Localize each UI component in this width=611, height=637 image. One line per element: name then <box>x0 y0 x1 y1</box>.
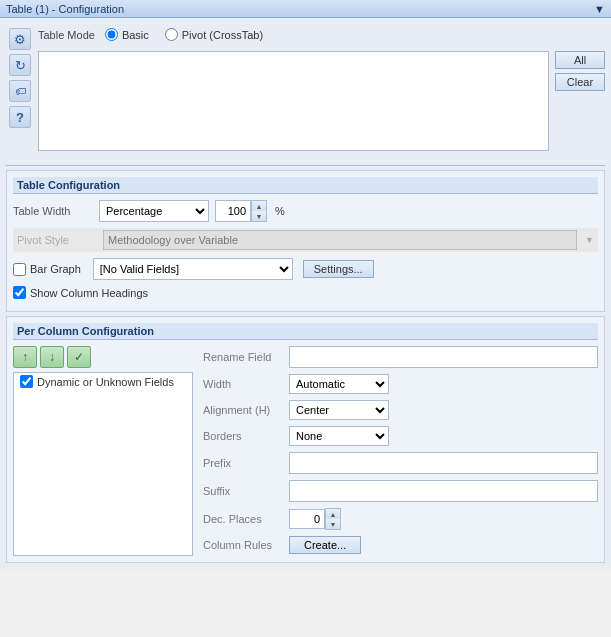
section-divider-1 <box>6 165 605 166</box>
table-mode-row: Table Mode Basic Pivot (CrossTab) <box>38 24 605 45</box>
sidebar-icons: ⚙ ↻ 🏷 ? <box>6 24 34 151</box>
suffix-input[interactable] <box>289 480 598 502</box>
per-column-section: Per Column Configuration ↑ ↓ ✓ Dynamic o… <box>6 316 605 563</box>
table-config-header: Table Configuration <box>13 177 598 194</box>
window-title: Table (1) - Configuration <box>6 3 124 15</box>
chevron-icon[interactable]: ▼ <box>594 3 605 15</box>
spinner-down[interactable]: ▼ <box>252 211 266 221</box>
show-column-headings-checkbox[interactable] <box>13 286 26 299</box>
table-width-spinner: 100 ▲ ▼ <box>215 200 267 222</box>
table-mode-label: Table Mode <box>38 29 95 41</box>
borders-label: Borders <box>203 430 283 442</box>
width-label: Width <box>203 378 283 390</box>
right-panel: Table Mode Basic Pivot (CrossTab) All <box>38 24 605 151</box>
help-icon[interactable]: ? <box>9 106 31 128</box>
pivot-style-row: Pivot Style ▼ <box>13 228 598 252</box>
pivot-style-label: Pivot Style <box>17 234 97 246</box>
show-column-headings-row: Show Column Headings <box>13 286 598 299</box>
borders-select[interactable]: None All Horizontal Vertical <box>289 426 389 446</box>
prefix-row: Prefix <box>203 452 598 474</box>
table-width-input[interactable]: 100 <box>215 200 251 222</box>
column-toolbar: ↑ ↓ ✓ <box>13 346 193 368</box>
dec-places-arrows: ▲ ▼ <box>325 508 341 530</box>
check-btn[interactable]: ✓ <box>67 346 91 368</box>
dec-places-input[interactable] <box>289 509 325 529</box>
group-by-list[interactable] <box>38 51 549 151</box>
column-list[interactable]: Dynamic or Unknown Fields <box>13 372 193 556</box>
move-down-btn[interactable]: ↓ <box>40 346 64 368</box>
alignment-label: Alignment (H) <box>203 404 283 416</box>
width-row: Width Automatic Fixed Percentage <box>203 374 598 394</box>
field-config-panel: Rename Field Width Automatic Fixed Perce… <box>203 346 598 556</box>
dec-places-spinner: ▲ ▼ <box>289 508 341 530</box>
bar-graph-checkbox-label[interactable]: Bar Graph <box>13 263 81 276</box>
clear-button[interactable]: Clear <box>555 73 605 91</box>
radio-pivot[interactable]: Pivot (CrossTab) <box>165 28 263 41</box>
suffix-row: Suffix <box>203 480 598 502</box>
table-width-row: Table Width Percentage Fixed Auto 100 ▲ … <box>13 200 598 222</box>
settings-button[interactable]: Settings... <box>303 260 374 278</box>
bar-graph-checkbox[interactable] <box>13 263 26 276</box>
radio-pivot-label: Pivot (CrossTab) <box>182 29 263 41</box>
top-panel: ⚙ ↻ 🏷 ? Table Mode Basic Pivot (CrossTab… <box>6 24 605 151</box>
bar-graph-label: Bar Graph <box>30 263 81 275</box>
radio-pivot-input[interactable] <box>165 28 178 41</box>
dec-places-up[interactable]: ▲ <box>326 509 340 519</box>
main-content: ⚙ ↻ 🏷 ? Table Mode Basic Pivot (CrossTab… <box>0 18 611 569</box>
bar-graph-row: Bar Graph [No Valid Fields] Settings... <box>13 258 598 280</box>
show-column-headings-text: Show Column Headings <box>30 287 148 299</box>
percent-unit: % <box>275 205 285 217</box>
per-column-header: Per Column Configuration <box>13 323 598 340</box>
group-by-area: All Clear <box>38 51 605 151</box>
title-bar-controls: ▼ <box>594 3 605 15</box>
width-select[interactable]: Automatic Fixed Percentage <box>289 374 389 394</box>
dynamic-fields-checkbox[interactable] <box>20 375 33 388</box>
table-width-select[interactable]: Percentage Fixed Auto <box>99 200 209 222</box>
rename-field-row: Rename Field <box>203 346 598 368</box>
show-column-headings-label[interactable]: Show Column Headings <box>13 286 148 299</box>
table-mode-radio-group: Basic Pivot (CrossTab) <box>105 28 263 41</box>
gear-icon[interactable]: ⚙ <box>9 28 31 50</box>
table-config-section: Table Configuration Table Width Percenta… <box>6 170 605 312</box>
borders-row: Borders None All Horizontal Vertical <box>203 426 598 446</box>
radio-basic-input[interactable] <box>105 28 118 41</box>
dec-places-down[interactable]: ▼ <box>326 519 340 529</box>
spinner-up[interactable]: ▲ <box>252 201 266 211</box>
rename-field-input[interactable] <box>289 346 598 368</box>
all-button[interactable]: All <box>555 51 605 69</box>
pivot-style-input <box>103 230 577 250</box>
column-rules-row: Column Rules Create... <box>203 536 598 554</box>
pivot-dropdown-icon: ▼ <box>585 235 594 245</box>
refresh-icon[interactable]: ↻ <box>9 54 31 76</box>
radio-basic[interactable]: Basic <box>105 28 149 41</box>
per-column-layout: ↑ ↓ ✓ Dynamic or Unknown Fields Rename F… <box>13 346 598 556</box>
move-up-btn[interactable]: ↑ <box>13 346 37 368</box>
create-button[interactable]: Create... <box>289 536 361 554</box>
column-list-panel: ↑ ↓ ✓ Dynamic or Unknown Fields <box>13 346 193 556</box>
dec-places-label: Dec. Places <box>203 513 283 525</box>
prefix-input[interactable] <box>289 452 598 474</box>
bar-graph-select[interactable]: [No Valid Fields] <box>93 258 293 280</box>
tag-icon[interactable]: 🏷 <box>9 80 31 102</box>
spinner-arrows: ▲ ▼ <box>251 200 267 222</box>
prefix-label: Prefix <box>203 457 283 469</box>
group-by-buttons: All Clear <box>555 51 605 91</box>
table-width-label: Table Width <box>13 205 93 217</box>
title-bar: Table (1) - Configuration ▼ <box>0 0 611 18</box>
alignment-row: Alignment (H) Center Left Right <box>203 400 598 420</box>
list-item[interactable]: Dynamic or Unknown Fields <box>14 373 192 390</box>
dynamic-fields-label: Dynamic or Unknown Fields <box>37 376 174 388</box>
radio-basic-label: Basic <box>122 29 149 41</box>
rename-field-label: Rename Field <box>203 351 283 363</box>
alignment-select[interactable]: Center Left Right <box>289 400 389 420</box>
column-rules-label: Column Rules <box>203 539 283 551</box>
suffix-label: Suffix <box>203 485 283 497</box>
dec-places-row: Dec. Places ▲ ▼ <box>203 508 598 530</box>
